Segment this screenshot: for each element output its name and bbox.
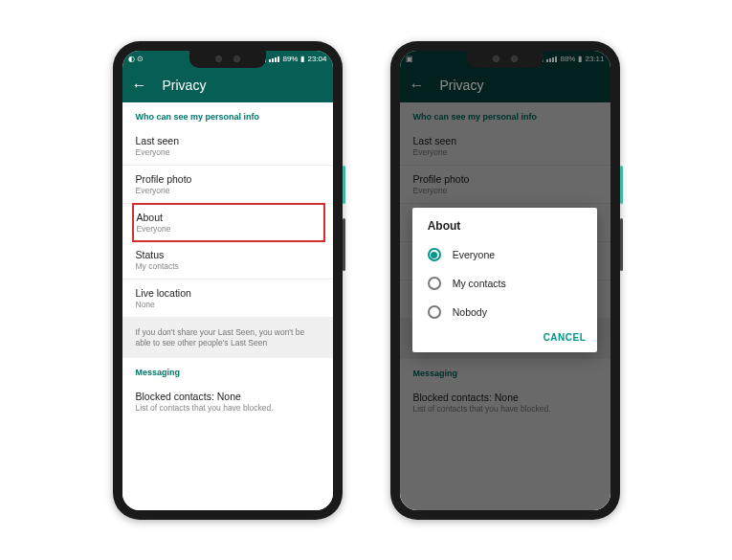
section-header-personal-info: Who can see my personal info [122, 102, 333, 127]
page-title: Privacy [163, 78, 207, 93]
volume-button[interactable] [620, 218, 623, 271]
item-subtitle: My contacts [136, 261, 320, 271]
power-button[interactable] [343, 166, 345, 204]
volume-button[interactable] [343, 218, 345, 271]
privacy-item-live-location[interactable]: Live location None [122, 280, 333, 318]
back-arrow-icon[interactable]: ← [132, 77, 147, 94]
radio-label: My contacts [453, 278, 506, 289]
notch [189, 51, 266, 68]
screen: ▣ 88% ▮ 23:11 ← Privacy Who can see my p… [400, 51, 610, 510]
privacy-item-last-seen[interactable]: Last seen Everyone [122, 127, 333, 166]
radio-icon [428, 248, 441, 261]
about-dialog: About Everyone My contacts Nobody CANCEL [412, 208, 598, 352]
item-title: Blocked contacts: None [136, 391, 320, 402]
item-title: Last seen [136, 135, 320, 146]
phone-right: ▣ 88% ▮ 23:11 ← Privacy Who can see my p… [390, 41, 620, 520]
item-title: About [137, 212, 321, 223]
screen: ◐ ⊙ 89% ▮ 23:04 ← Privacy Who can see my… [122, 51, 333, 510]
radio-label: Everyone [453, 249, 495, 260]
item-title: Live location [136, 287, 320, 299]
item-subtitle: Everyone [136, 186, 320, 195]
item-title: Profile photo [136, 173, 320, 185]
notch [467, 51, 543, 68]
content: Who can see my personal info Last seen E… [122, 102, 333, 510]
clock: 23:04 [307, 55, 326, 63]
privacy-item-profile-photo[interactable]: Profile photo Everyone [122, 166, 333, 204]
status-icon: ⊙ [137, 55, 144, 63]
info-note: If you don't share your Last Seen, you w… [122, 318, 333, 358]
status-icon: ◐ [128, 55, 135, 63]
item-subtitle: List of contacts that you have blocked. [136, 403, 320, 413]
section-header-messaging: Messaging [122, 358, 333, 383]
radio-option-nobody[interactable]: Nobody [412, 298, 598, 326]
power-button[interactable] [620, 166, 623, 204]
item-title: Status [136, 249, 320, 260]
item-subtitle: Everyone [136, 147, 320, 157]
privacy-item-status[interactable]: Status My contacts [122, 241, 333, 280]
item-subtitle: Everyone [137, 224, 321, 234]
dialog-title: About [412, 219, 598, 240]
app-header: ← Privacy [122, 68, 333, 102]
modal-overlay[interactable]: About Everyone My contacts Nobody CANCEL [400, 51, 610, 510]
radio-option-my-contacts[interactable]: My contacts [412, 269, 598, 298]
radio-icon [428, 277, 441, 290]
signal-icon [269, 56, 279, 62]
privacy-item-blocked[interactable]: Blocked contacts: None List of contacts … [122, 383, 333, 420]
cancel-button[interactable]: CANCEL [543, 332, 587, 343]
dialog-actions: CANCEL [412, 326, 598, 347]
phone-left: ◐ ⊙ 89% ▮ 23:04 ← Privacy Who can see my… [113, 41, 343, 520]
item-subtitle: None [136, 300, 320, 309]
battery-icon: ▮ [300, 55, 304, 63]
privacy-item-about[interactable]: About Everyone [132, 203, 325, 242]
battery-percent: 89% [282, 55, 298, 63]
radio-option-everyone[interactable]: Everyone [412, 240, 598, 269]
radio-icon [428, 305, 441, 319]
radio-label: Nobody [453, 306, 487, 318]
